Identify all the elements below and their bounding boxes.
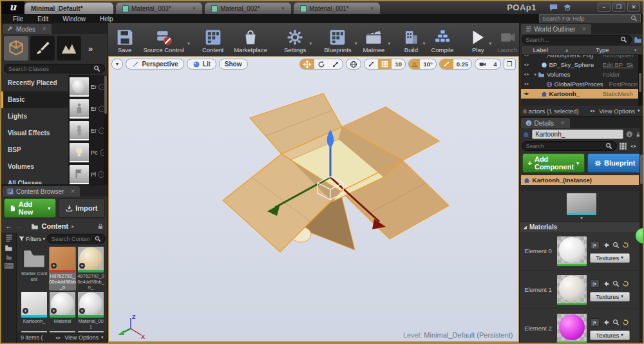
lit-button[interactable]: Lit [187, 59, 216, 70]
material-thumbnail[interactable] [557, 314, 587, 343]
save-button[interactable]: Save [112, 24, 138, 55]
reset-icon[interactable] [622, 319, 629, 326]
breadcrumb[interactable]: Content [42, 222, 69, 230]
menu-file[interactable]: File [6, 15, 30, 23]
grid-snap-value[interactable]: 10 [392, 59, 405, 69]
scrollbar[interactable] [104, 75, 108, 184]
browse-icon[interactable] [612, 242, 620, 249]
tab-minimal-default[interactable]: Minimal_Default* [24, 3, 113, 14]
placeable-item[interactable]: Er ◔ [70, 77, 106, 97]
asset-combo-button[interactable]: |▾ [590, 241, 600, 249]
paint-mode-button[interactable] [30, 36, 55, 61]
row-global-post-process[interactable]: GlobalPostProces PostProces [521, 79, 643, 89]
coord-system-button[interactable] [346, 59, 361, 70]
scale-snap-toggle[interactable] [440, 59, 453, 69]
actor-name-field[interactable] [532, 129, 623, 139]
lock-icon[interactable] [97, 223, 104, 230]
back-arrow-icon[interactable]: ← [5, 222, 12, 230]
placeable-item[interactable]: Pl ◔ [70, 165, 106, 184]
asset-search-input[interactable] [52, 236, 95, 242]
tab-material-003[interactable]: Material_003* × [116, 3, 202, 14]
textures-dropdown[interactable]: Textures ▾ [590, 253, 630, 263]
add-component-button[interactable]: + Add Component ▾ [522, 153, 585, 173]
build-button[interactable]: Build [398, 24, 424, 55]
use-selected-arrow-icon[interactable] [602, 319, 610, 326]
eye-icon[interactable] [523, 55, 530, 58]
row-atmospheric-fog[interactable]: Atmospheric Fog Atmospheri [521, 55, 643, 60]
world-outliner-tab[interactable]: World Outliner ✕ [521, 24, 591, 34]
category-bsp[interactable]: BSP [1, 142, 68, 158]
close-button[interactable]: ✕ [627, 3, 640, 12]
row-kartoonh-selected[interactable]: Kartoonh_ StaticMesh [521, 89, 643, 99]
classes-search-input[interactable] [8, 66, 93, 72]
view-options-button[interactable]: View Options [599, 108, 635, 115]
asset-partial[interactable] [77, 331, 104, 332]
component-row-selected[interactable]: Kartoonh_(Instance) [521, 175, 639, 185]
cpp-classes-icon[interactable]: C++ [5, 263, 14, 269]
matinee-button[interactable]: Matinee [359, 24, 390, 55]
category-all-classes[interactable]: All Classes [1, 175, 68, 184]
placeable-item[interactable]: Pc ◔ [70, 143, 106, 162]
edit-blueprint-link[interactable]: Edit BP_Sk [603, 61, 643, 68]
scale-tool-button[interactable] [328, 59, 343, 69]
asset-material-001[interactable]: ✦ Material_001 [77, 292, 104, 330]
forward-arrow-icon[interactable]: → [15, 222, 23, 230]
materials-section-header[interactable]: ◢ Materials [520, 222, 644, 232]
close-icon[interactable]: ✕ [560, 120, 565, 126]
expander-caret-icon[interactable]: ▾ [520, 215, 644, 222]
feedback-icon[interactable] [549, 3, 558, 12]
asset-starter-content[interactable]: Starter Content [21, 247, 48, 291]
asset-texture-selected[interactable]: ✦ H8762792_00e4dd98bb_o [49, 247, 76, 291]
caret-down-icon[interactable]: ▾ [187, 41, 190, 46]
create-folder-icon[interactable] [634, 36, 642, 44]
rotate-tool-button[interactable] [314, 59, 328, 69]
browse-icon[interactable] [612, 319, 620, 326]
maximize-button[interactable]: ❐ [612, 3, 625, 12]
asset-partial[interactable] [49, 331, 76, 332]
tab-material-001[interactable]: Material_001* × [294, 3, 380, 14]
browse-icon[interactable] [612, 280, 620, 287]
content-button[interactable]: Content [198, 24, 228, 55]
label-column-header[interactable]: Label [522, 46, 548, 53]
close-icon[interactable]: ✕ [582, 26, 587, 32]
place-mode-button[interactable] [4, 36, 28, 61]
eye-icon[interactable] [629, 143, 638, 149]
row-bp-sky-sphere[interactable]: BP_Sky_Sphere Edit BP_Sk [521, 60, 643, 70]
show-button[interactable]: Show [219, 59, 248, 70]
import-button[interactable]: Import [59, 198, 104, 218]
angle-snap-value[interactable]: 10° [420, 59, 435, 69]
use-selected-arrow-icon[interactable] [602, 242, 610, 249]
material-thumbnail[interactable] [557, 275, 587, 305]
category-basic[interactable]: Basic [1, 91, 68, 108]
eye-icon[interactable] [523, 81, 530, 87]
viewport-options-button[interactable]: ▼ [111, 59, 124, 70]
help-search-input[interactable] [542, 15, 630, 22]
tab-close-icon[interactable]: × [281, 5, 285, 12]
blueprints-button[interactable]: Blueprints [319, 24, 355, 55]
launch-button[interactable]: Launch [493, 24, 522, 55]
scrollbar[interactable] [638, 55, 643, 106]
close-icon[interactable]: ✕ [70, 188, 75, 195]
reset-icon[interactable] [622, 280, 629, 287]
asset-partial[interactable] [21, 331, 48, 332]
category-lights[interactable]: Lights [1, 108, 68, 125]
category-visual-effects[interactable]: Visual Effects [1, 125, 68, 142]
maximize-viewport-button[interactable]: ❐ [504, 59, 516, 70]
category-volumes[interactable]: Volumes [1, 158, 68, 175]
modes-tab[interactable]: Modes ✕ [3, 24, 52, 34]
material-thumbnail[interactable] [557, 236, 587, 266]
translate-tool-button[interactable] [300, 59, 314, 69]
textures-dropdown[interactable]: Textures ▾ [590, 292, 630, 301]
close-icon[interactable]: ✕ [42, 26, 47, 32]
more-modes-chevron-icon[interactable]: » [88, 44, 93, 53]
add-new-button[interactable]: Add New ▾ [4, 198, 56, 218]
surface-snap-button[interactable] [365, 59, 378, 69]
eye-icon[interactable] [523, 91, 530, 97]
landscape-mode-button[interactable] [57, 36, 81, 61]
level-viewport[interactable]: ▼ Perspective Lit Show [108, 56, 519, 343]
asset-material-instance[interactable]: ✦ 48762792_00e4dd98bb_o_ [77, 247, 104, 291]
tab-close-icon[interactable]: × [370, 5, 374, 12]
expand-caret-icon[interactable]: ▾ [535, 72, 537, 77]
asset-material[interactable]: ✦ Material [49, 292, 76, 330]
asset-combo-button[interactable]: |▾ [590, 280, 600, 288]
